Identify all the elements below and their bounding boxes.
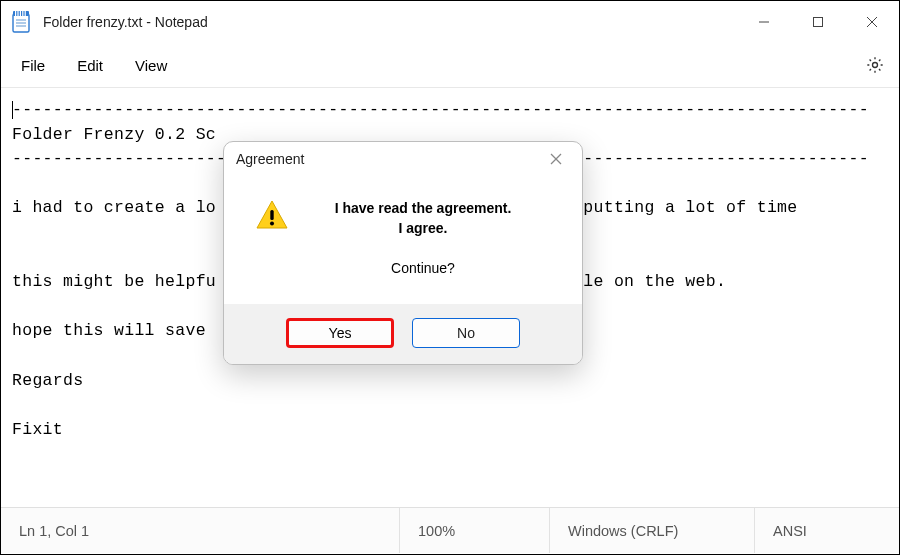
agreement-dialog: Agreement I have read the agreement. I a… [223,141,583,365]
dialog-message: I have read the agreement. I agree. Cont… [290,198,564,278]
dialog-body: I have read the agreement. I agree. Cont… [224,176,582,304]
menu-file[interactable]: File [5,49,61,82]
no-button[interactable]: No [412,318,520,348]
close-button[interactable] [845,1,899,43]
dialog-titlebar: Agreement [224,142,582,176]
svg-point-18 [270,222,274,226]
status-position: Ln 1, Col 1 [1,508,399,553]
menu-view[interactable]: View [119,49,183,82]
window-controls [737,1,899,43]
svg-point-14 [873,63,878,68]
titlebar: Folder frenzy.txt - Notepad [1,1,899,43]
svg-rect-17 [270,210,273,220]
menu-edit[interactable]: Edit [61,49,119,82]
notepad-app-icon [11,11,31,33]
menubar: File Edit View [1,43,899,87]
settings-button[interactable] [855,45,895,85]
dialog-buttons: Yes No [224,304,582,364]
warning-icon [254,198,290,234]
statusbar: Ln 1, Col 1 100% Windows (CRLF) ANSI [1,507,899,553]
dialog-line1: I have read the agreement. [300,198,546,218]
svg-rect-3 [17,11,18,16]
status-encoding: ANSI [754,508,899,553]
minimize-button[interactable] [737,1,791,43]
maximize-button[interactable] [791,1,845,43]
dialog-title: Agreement [236,151,542,167]
window-title: Folder frenzy.txt - Notepad [43,14,737,30]
svg-rect-2 [15,11,16,16]
yes-button[interactable]: Yes [286,318,394,348]
svg-rect-6 [25,11,26,16]
status-eol: Windows (CRLF) [549,508,754,553]
dialog-line2: I agree. [300,218,546,238]
svg-rect-11 [814,18,823,27]
svg-rect-4 [20,11,21,16]
dialog-close-button[interactable] [542,145,570,173]
dialog-question: Continue? [300,258,546,278]
status-zoom[interactable]: 100% [399,508,549,553]
svg-rect-5 [22,11,23,16]
